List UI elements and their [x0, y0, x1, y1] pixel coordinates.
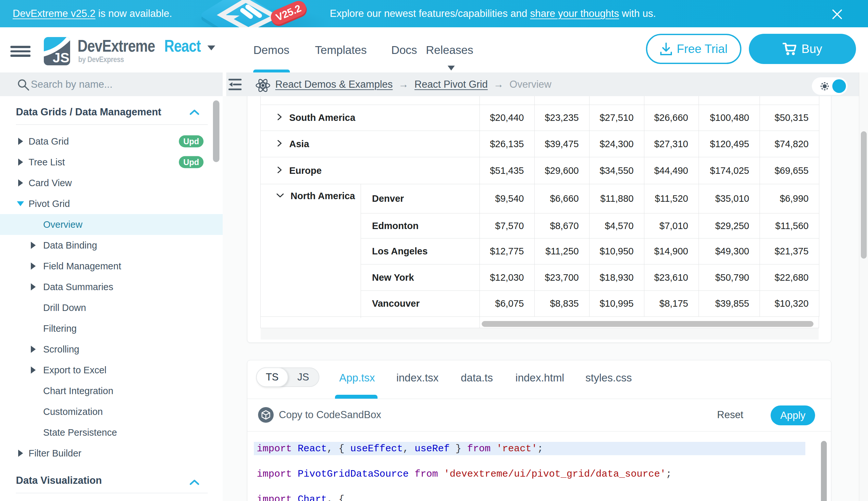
svg-text:JS: JS: [53, 50, 69, 65]
